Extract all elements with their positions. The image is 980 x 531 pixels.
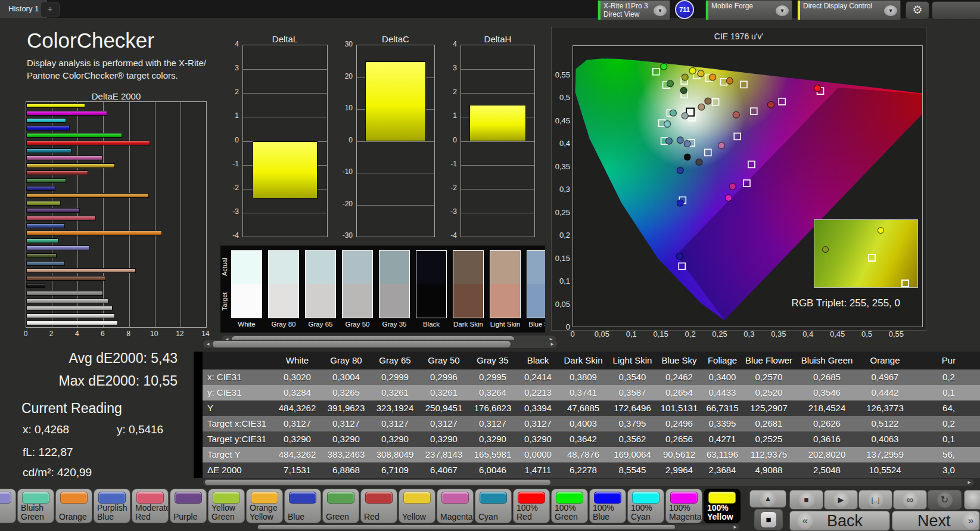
patch-button-green[interactable]: Green	[322, 489, 359, 523]
toolbar-scrollbar-thumb[interactable]	[258, 525, 675, 529]
loop-button[interactable]: [‥]	[858, 490, 892, 510]
de2000-bar-blue	[26, 186, 55, 191]
patch-button-label: Cyan	[478, 513, 498, 521]
gridline	[461, 69, 534, 70]
patch-button-100-red[interactable]: 100% Red	[513, 489, 550, 523]
patch-button-magenta[interactable]: Magenta	[437, 489, 474, 523]
measurement-marker	[677, 167, 683, 173]
table-top-scrollbar-thumb[interactable]	[213, 341, 511, 347]
patch-button-er[interactable]: er	[0, 489, 16, 523]
table-cell: 0,2	[910, 416, 980, 431]
table-cell: 0,3795	[608, 416, 657, 431]
swatch-actual-black[interactable]	[416, 250, 447, 284]
swatch-target-blue-sky[interactable]	[527, 284, 545, 318]
stop-button[interactable]: ■	[789, 490, 823, 510]
swatch-actual-light-skin[interactable]	[490, 250, 521, 284]
de2000-bar-orange-yellow	[26, 193, 149, 198]
settings-partial-button[interactable]	[932, 1, 980, 20]
patch-button-100-blue[interactable]: 100% Blue	[589, 489, 626, 523]
scroll-left-icon[interactable]: ◄	[204, 340, 212, 348]
patch-button-100-cyan[interactable]: 100% Cyan	[627, 489, 664, 523]
meter-selector[interactable]: X-Rite i1Pro 3 Direct View ▼	[598, 0, 670, 20]
source-selector[interactable]: Mobile Forge ▼	[705, 0, 792, 20]
table-cell: 0,2	[910, 369, 980, 385]
swatch-actual-gray-80[interactable]	[268, 250, 299, 284]
patch-button-label: Red	[364, 513, 379, 521]
table-cell: 125,2907	[743, 400, 794, 416]
transport-button-partial[interactable]	[964, 490, 980, 510]
scroll-right-icon[interactable]: ►	[548, 340, 556, 348]
back-button[interactable]: « Back	[789, 511, 890, 531]
chevron-down-icon[interactable]: ▼	[884, 5, 897, 16]
table-top-scrollbar[interactable]: ◄ ►	[203, 340, 558, 349]
swatch-target-gray-50[interactable]	[342, 284, 373, 318]
row-label: x: CIE31	[203, 369, 273, 385]
next-button[interactable]: Next »	[892, 511, 980, 531]
patch-button-100-magenta[interactable]: 100% Magenta	[665, 489, 702, 523]
scroll-right-icon[interactable]: ►	[965, 479, 973, 486]
patch-button-yellow-green[interactable]: Yellow Green	[208, 489, 245, 523]
meter-count-badge[interactable]: 711	[675, 0, 694, 19]
swatch-target-light-skin[interactable]	[490, 284, 521, 318]
patch-button-red[interactable]: Red	[360, 489, 397, 523]
source-name: Mobile Forge	[711, 2, 753, 10]
patch-button-purplish-blue[interactable]: Purplish Blue	[94, 489, 130, 523]
patch-button-cyan[interactable]: Cyan	[475, 489, 512, 523]
patch-button-yellow[interactable]: Yellow	[399, 489, 435, 523]
swatch-actual-gray-50[interactable]	[342, 250, 373, 284]
swatch-actual-blue-sky[interactable]	[527, 250, 545, 284]
table-bottom-scrollbar-thumb[interactable]	[205, 480, 550, 485]
reading-fl-value: fL: 122,87	[23, 446, 73, 459]
patch-button-100-green[interactable]: 100% Green	[551, 489, 588, 523]
refresh-button[interactable]: ↻	[928, 490, 962, 510]
swatch-target-white[interactable]	[231, 284, 262, 318]
rgb-triplet-readout: RGB Triplet: 255, 255, 0	[704, 297, 900, 309]
table-cell: 0,3290	[371, 431, 419, 447]
loop-icon: [‥]	[868, 492, 883, 508]
collapse-up-button[interactable]: ▲	[749, 490, 786, 508]
measurement-marker	[677, 200, 683, 206]
patch-button-purple[interactable]: Purple	[170, 489, 207, 523]
play-button[interactable]: ▶	[824, 490, 858, 510]
swatch-target-dark-skin[interactable]	[453, 284, 484, 318]
swatch-target-black[interactable]	[416, 284, 447, 318]
display-control-selector[interactable]: Direct Display Control ▼	[797, 0, 901, 20]
toolbar-scrollbar[interactable]: ►	[256, 524, 740, 530]
column-header: Blue Flower	[743, 352, 794, 369]
table-cell: 0,3261	[371, 385, 419, 400]
swatch-target-gray-80[interactable]	[268, 284, 299, 318]
patch-button-blue[interactable]: Blue	[284, 489, 321, 523]
y-tick-label: 0	[335, 136, 353, 144]
swatch-actual-gray-35[interactable]	[379, 250, 410, 284]
target-row-label: Target	[221, 285, 229, 318]
swatch-actual-dark-skin[interactable]	[453, 250, 484, 284]
table-cell: 0,2681	[743, 416, 794, 431]
chevron-down-icon[interactable]: ▼	[776, 5, 789, 16]
swatch-actual-gray-65[interactable]	[305, 250, 336, 284]
scroll-right-icon[interactable]: ►	[731, 524, 739, 530]
cie-y-tick-label: 0,4	[552, 139, 570, 148]
patch-button-orange[interactable]: Orange	[55, 489, 92, 523]
measurement-marker	[696, 159, 702, 166]
cie-x-tick-label: 0,35	[768, 330, 789, 339]
swatch-actual-white[interactable]	[231, 250, 262, 284]
gridline	[461, 141, 534, 142]
de2000-bar-yellow-green	[26, 201, 61, 206]
add-tab-button[interactable]: +	[41, 2, 60, 17]
actual-row-label: Actual	[221, 251, 229, 282]
patch-window-button[interactable]: ■	[754, 509, 783, 530]
inset-target-marker	[868, 254, 876, 262]
gear-icon[interactable]: ⚙	[906, 1, 929, 20]
y-tick-label: -4	[439, 231, 457, 240]
swatch-target-gray-65[interactable]	[305, 284, 336, 318]
de2000-bar-black	[26, 283, 45, 288]
patch-button-bluish-green[interactable]: Bluish Green	[17, 489, 54, 523]
patch-button-100-yellow[interactable]: 100% Yellow	[704, 489, 741, 523]
patch-button-orange-yellow[interactable]: Orange Yellow	[246, 489, 283, 523]
chevron-down-icon[interactable]: ▼	[654, 5, 667, 16]
continuous-button[interactable]: ∞	[893, 490, 927, 510]
patch-button-moderate-red[interactable]: Moderate Red	[132, 489, 169, 523]
table-cell: 0,3290	[468, 431, 517, 447]
swatch-target-gray-35[interactable]	[379, 284, 410, 318]
table-bottom-scrollbar[interactable]: ►	[203, 479, 975, 486]
